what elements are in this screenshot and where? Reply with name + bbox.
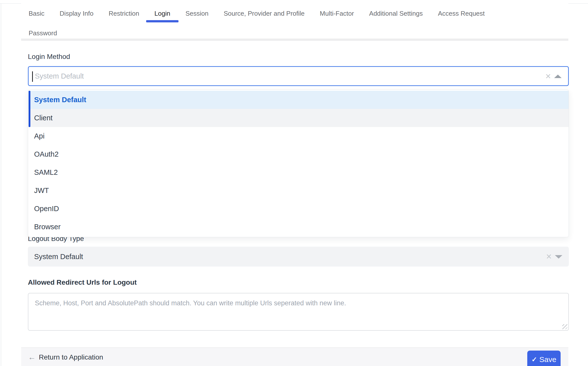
save-button-label: Save [539, 355, 556, 364]
tab-bar-bottom-strip [21, 39, 568, 41]
tab-restriction[interactable]: Restriction [108, 6, 140, 25]
arrow-left-icon: ← [28, 353, 36, 362]
option-client[interactable]: Client [28, 109, 569, 127]
option-saml2[interactable]: SAML2 [28, 163, 569, 182]
option-oauth2[interactable]: OAuth2 [28, 145, 569, 163]
tab-basic[interactable]: Basic [28, 6, 45, 25]
resize-handle[interactable] [562, 324, 567, 329]
tab-source-provider-profile[interactable]: Source, Provider and Profile [223, 6, 305, 25]
check-icon: ✓ [531, 356, 537, 364]
tab-additional-settings[interactable]: Additional Settings [369, 6, 423, 25]
page-left-divider [1, 3, 1, 366]
tab-password[interactable]: Password [28, 25, 58, 45]
tab-multi-factor[interactable]: Multi-Factor [319, 6, 354, 25]
option-browser[interactable]: Browser [28, 218, 569, 236]
option-jwt[interactable]: JWT [28, 182, 569, 200]
return-to-application-label: Return to Application [39, 353, 103, 361]
tab-session[interactable]: Session [185, 6, 209, 25]
text-cursor [32, 71, 33, 82]
option-api[interactable]: Api [28, 127, 569, 145]
chevron-down-icon[interactable] [555, 255, 562, 259]
clear-icon[interactable]: ✕ [546, 247, 552, 267]
clear-icon[interactable]: ✕ [545, 67, 551, 86]
logout-body-type-value: System Default [34, 247, 83, 267]
save-button[interactable]: ✓ Save [527, 351, 561, 366]
tab-display-info[interactable]: Display Info [59, 6, 94, 25]
login-method-placeholder: System Default [35, 67, 84, 85]
login-method-label: Login Method [28, 53, 70, 61]
logout-body-type-select[interactable]: System Default ✕ [28, 247, 569, 267]
selected-indicator-bar [29, 91, 30, 127]
option-openid[interactable]: OpenID [28, 200, 569, 218]
tab-login[interactable]: Login [154, 6, 171, 25]
form-footer: ← Return to Application ✓ Save [21, 347, 568, 366]
chevron-up-icon[interactable] [554, 75, 562, 78]
login-method-select[interactable]: System Default ✕ [28, 66, 569, 86]
return-to-application-link[interactable]: ← Return to Application [28, 348, 103, 366]
tab-access-request[interactable]: Access Request [437, 6, 485, 25]
redirect-urls-textarea[interactable]: Scheme, Host, Port and AbsolutePath shou… [28, 293, 569, 331]
allowed-redirect-urls-label: Allowed Redirect Urls for Logout [28, 278, 137, 286]
login-method-dropdown: System Default Client Api OAuth2 SAML2 J… [28, 90, 569, 237]
option-system-default[interactable]: System Default [28, 91, 569, 109]
redirect-urls-placeholder: Scheme, Host, Port and AbsolutePath shou… [35, 299, 346, 307]
